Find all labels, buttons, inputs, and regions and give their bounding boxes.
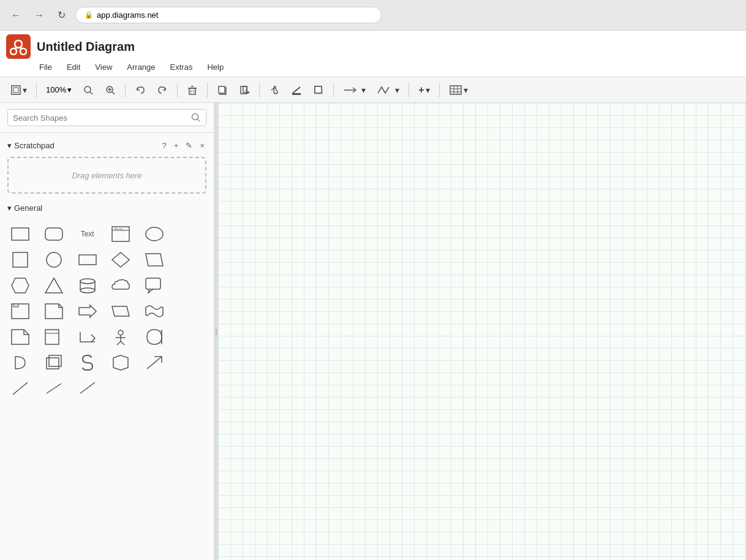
connection-style-button[interactable]: ▾ [339, 82, 370, 98]
zoom-level[interactable]: 100% ▾ [42, 83, 76, 97]
grid-button[interactable]: ▾ [445, 82, 472, 98]
scratchpad-edit-btn[interactable]: ✎ [184, 140, 194, 151]
shapes-section: Text Meeting [0, 216, 214, 406]
shape-frame[interactable] [7, 300, 33, 323]
menu-edit[interactable]: Edit [64, 61, 83, 73]
shape-diagonal-arrow[interactable] [141, 351, 167, 374]
paste-button[interactable] [235, 82, 254, 98]
menu-arrange[interactable]: Arrange [124, 61, 157, 73]
shape-callout[interactable] [141, 274, 167, 297]
shape-page[interactable] [7, 325, 33, 349]
svg-rect-29 [315, 86, 322, 93]
reload-button[interactable]: ↻ [54, 7, 69, 23]
shape-page2[interactable] [41, 325, 67, 349]
insert-button[interactable]: + ▾ [414, 82, 434, 98]
shape-line2[interactable] [41, 377, 67, 400]
shape-hexagon[interactable] [7, 274, 33, 297]
page-format-button[interactable]: ▾ [6, 82, 31, 98]
shape-ellipse[interactable] [141, 222, 167, 246]
general-label: General [14, 203, 42, 213]
shape-rect2[interactable] [75, 248, 100, 271]
shape-line1[interactable] [7, 377, 33, 400]
browser-chrome: ← → ↻ 🔒 app.diagrams.net [0, 0, 746, 31]
svg-rect-46 [79, 255, 96, 265]
svg-line-67 [117, 341, 121, 345]
shadow-button[interactable] [309, 82, 328, 98]
shape-roundrect[interactable] [41, 222, 67, 246]
grid-icon [449, 85, 462, 96]
forward-button[interactable]: → [31, 7, 48, 23]
svg-point-0 [15, 40, 22, 48]
shape-half-circle[interactable] [141, 325, 167, 349]
search-box[interactable] [7, 109, 206, 126]
svg-point-45 [47, 252, 61, 267]
line-color-button[interactable] [287, 82, 306, 98]
menu-help[interactable]: Help [205, 61, 226, 73]
shape-placeholder4 [175, 300, 201, 323]
drag-hint: Drag elements here [72, 171, 141, 180]
address-bar[interactable]: 🔒 app.diagrams.net [75, 7, 382, 23]
fill-color-button[interactable] [265, 82, 284, 98]
svg-rect-26 [292, 93, 301, 95]
scratchpad-actions: ? + ✎ × [160, 140, 206, 151]
shape-person[interactable] [108, 325, 134, 349]
shape-box[interactable] [41, 351, 67, 374]
shape-arrow-corner[interactable] [75, 325, 100, 349]
shape-swimlane[interactable]: Meeting [108, 222, 134, 246]
menu-file[interactable]: File [37, 61, 55, 73]
copy-button[interactable] [213, 82, 232, 98]
general-left: ▾ General [7, 203, 42, 213]
shape-d-shape[interactable] [7, 351, 33, 374]
scratchpad-add-btn[interactable]: + [172, 140, 181, 151]
svg-point-54 [80, 288, 95, 293]
svg-line-10 [112, 92, 115, 94]
shape-placeholder5 [175, 325, 201, 349]
shape-square[interactable] [7, 248, 33, 271]
general-header[interactable]: ▾ General [0, 200, 214, 216]
zoom-fit-button[interactable] [78, 82, 98, 98]
undo-button[interactable] [130, 82, 150, 98]
svg-rect-31 [450, 86, 461, 94]
shape-diamond[interactable] [108, 248, 134, 271]
shape-cylinder[interactable] [75, 274, 100, 297]
canvas-area[interactable] [218, 103, 746, 560]
search-icon [191, 113, 201, 123]
scratchpad-help-btn[interactable]: ? [160, 140, 168, 151]
shape-rect[interactable] [7, 222, 33, 246]
svg-line-76 [47, 384, 61, 393]
svg-line-68 [121, 341, 124, 345]
app-logo [6, 34, 31, 59]
menu-view[interactable]: View [92, 61, 115, 73]
svg-rect-19 [219, 86, 225, 93]
delete-button[interactable] [183, 82, 202, 98]
shape-wave[interactable] [141, 300, 167, 323]
scratchpad-header[interactable]: ▾ Scratchpad ? + ✎ × [0, 137, 214, 154]
shape-trapezoid[interactable] [108, 300, 134, 323]
search-input[interactable] [13, 113, 187, 123]
shape-triangle[interactable] [41, 274, 67, 297]
scratchpad-area[interactable]: Drag elements here [7, 157, 206, 194]
shape-double-arrow[interactable] [108, 351, 134, 374]
shape-cloud[interactable] [108, 274, 134, 297]
shape-line3[interactable] [75, 377, 100, 400]
svg-marker-58 [45, 304, 62, 319]
waypoint-button[interactable]: ▾ [372, 82, 404, 98]
shape-parallelogram[interactable] [141, 248, 167, 271]
shape-arrow-right[interactable] [75, 300, 100, 323]
shape-note[interactable] [41, 300, 67, 323]
shape-circle[interactable] [41, 248, 67, 271]
canvas-grid [218, 103, 746, 560]
menu-bar: File Edit View Arrange Extras Help [0, 59, 746, 77]
shape-text[interactable]: Text [75, 222, 100, 246]
svg-marker-61 [12, 330, 29, 344]
sep5 [259, 83, 260, 97]
scratchpad-label: Scratchpad [14, 141, 55, 150]
svg-point-64 [118, 330, 123, 335]
svg-point-43 [146, 227, 163, 241]
shape-s-shape[interactable] [75, 351, 100, 374]
back-button[interactable]: ← [7, 7, 24, 23]
zoom-in-button[interactable] [100, 82, 120, 98]
menu-extras[interactable]: Extras [168, 61, 195, 73]
scratchpad-close-btn[interactable]: × [198, 140, 206, 151]
redo-button[interactable] [153, 82, 172, 98]
